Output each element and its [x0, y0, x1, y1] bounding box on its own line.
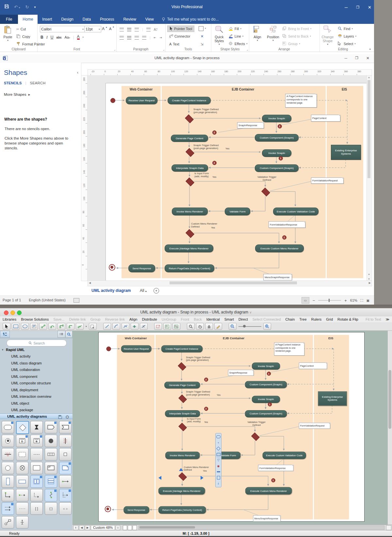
command-overflow-icon[interactable]: ≫	[385, 317, 389, 322]
activity-node[interactable]: Generate Page Content	[164, 382, 200, 389]
page-thumb-3[interactable]	[133, 525, 137, 530]
palette-shape-flag[interactable]	[59, 421, 72, 433]
activity-node[interactable]: Invoke SnapIn	[262, 149, 291, 157]
collapse-ribbon-icon[interactable]: ▴	[369, 47, 371, 50]
library-search-input[interactable]: Search	[7, 340, 67, 346]
shrink-font-button[interactable]: A▾	[109, 26, 114, 32]
library-tree-tab[interactable]	[0, 331, 10, 338]
palette-shape-page[interactable]	[59, 462, 72, 474]
font-color-button[interactable]: A	[77, 35, 80, 40]
command-rulers[interactable]: Rulers	[311, 317, 322, 321]
activity-node[interactable]: Interpolate SnapIn Data	[165, 410, 200, 417]
palette-shape-elbow[interactable]	[2, 489, 14, 501]
font-name-select[interactable]: Calibri▾	[40, 26, 85, 32]
tab-file[interactable]: File	[0, 15, 18, 24]
visio-canvas[interactable]: Web ContainerEJB ContainerEISReceive Use…	[88, 75, 367, 280]
palette-shape-dashline2[interactable]	[16, 502, 28, 515]
text-tool-button[interactable]: AText	[167, 41, 181, 47]
tree-item-uml-object[interactable]: UML object	[11, 401, 29, 405]
object-node[interactable]: PageContext	[311, 115, 340, 122]
tree-root-rapid-uml[interactable]: Rapid UML	[6, 348, 24, 352]
tab-search[interactable]: SEARCH	[30, 81, 45, 85]
command-rotate-flip[interactable]: Rotate & Flip	[337, 317, 358, 321]
rapiddraw-object-icon[interactable]	[216, 452, 220, 457]
connector-menu-caret-icon[interactable]: ▾	[85, 325, 88, 328]
tab-insert[interactable]: Insert	[38, 15, 57, 24]
palette-shape-hfork[interactable]	[2, 448, 14, 461]
palette-shape-dbox-B[interactable]: B	[30, 435, 43, 447]
activity-node[interactable]: Return PageData (Velocity Context)	[165, 264, 214, 272]
palette-shape-vrect[interactable]	[2, 475, 14, 488]
tree-item-uml-package[interactable]: UML package	[11, 408, 33, 412]
cut-button[interactable]: ✂Cut	[16, 26, 26, 32]
activity-node[interactable]: Custom Component (SnapIn)	[255, 164, 299, 172]
note-node[interactable]: A PageContext instance corresponds to on…	[285, 94, 317, 108]
prev-page-button[interactable]: ◀	[79, 525, 84, 530]
activity-node[interactable]: Send Response	[128, 264, 155, 272]
align-center-icon[interactable]	[127, 36, 131, 40]
command-distribute[interactable]: Distribute	[142, 317, 157, 321]
zoom-slider-icon[interactable]	[238, 326, 262, 327]
position-button[interactable]: Position▾	[266, 25, 280, 42]
polyline-tool-icon[interactable]	[122, 323, 129, 330]
find-button[interactable]: Find▾	[338, 26, 353, 32]
tab-home[interactable]: Home	[18, 15, 38, 24]
collapse-panel-icon[interactable]: ‹	[77, 70, 78, 75]
more-shapes-menu[interactable]: More Shapes ▸	[4, 92, 30, 97]
insert-object-tool-icon[interactable]	[89, 323, 97, 330]
palette-shape-link[interactable]	[2, 516, 14, 529]
palette-shape-dashelbow[interactable]	[30, 489, 43, 501]
command-select-connected[interactable]: Select Connected	[253, 317, 281, 321]
object-node[interactable]: FormValidationRequest	[299, 423, 330, 428]
justify-icon[interactable]	[142, 36, 146, 40]
object-node[interactable]: FormValidationResponse	[269, 221, 305, 228]
effects-button[interactable]: Effects▾	[229, 41, 247, 47]
select-group-tool-icon[interactable]	[163, 323, 171, 330]
zoom-out-button[interactable]: −	[313, 298, 315, 303]
macro-record-icon[interactable]	[74, 298, 79, 303]
arc-tool-icon[interactable]	[112, 323, 120, 330]
command-save-[interactable]: Save...	[53, 317, 64, 321]
activity-node[interactable]: Create PageContext Instance	[168, 97, 211, 104]
command-align[interactable]: Align	[129, 317, 137, 321]
font-size-select[interactable]: 12pt▾	[84, 26, 101, 32]
palette-shape-circle[interactable]	[2, 462, 14, 474]
zoom-out-tool-icon[interactable]	[229, 323, 237, 330]
activity-node[interactable]: Send Response	[123, 506, 149, 514]
activity-node[interactable]: Interpolate SnapIn Data	[172, 164, 208, 172]
final-node[interactable]	[109, 264, 115, 271]
zoom-stepper[interactable]: ▴▾	[116, 525, 120, 530]
activity-node[interactable]: Execute jVantage Menu Renderer	[165, 244, 213, 252]
palette-shape-stadium[interactable]	[2, 421, 14, 433]
rotate-tool-icon[interactable]	[154, 323, 162, 330]
switch-windows-icon[interactable]: ▣	[367, 299, 369, 302]
activity-node[interactable]: Execute Custom Validation Code	[262, 452, 306, 459]
activity-node[interactable]: Execute jVantage Menu Renderer	[158, 487, 205, 495]
all-pages-button[interactable]: All ▴	[140, 288, 147, 293]
command-libraries[interactable]: Libraries	[3, 317, 16, 321]
split-tool-icon[interactable]	[140, 323, 148, 330]
sequence-badge[interactable]: 2	[204, 407, 208, 411]
mac-canvas[interactable]: Web ContainerEJB ContainerEISReceive Use…	[73, 331, 387, 525]
pointer-tool-button[interactable]: Pointer Tool	[167, 25, 194, 32]
palette-shape-cells[interactable]	[45, 448, 57, 461]
object-node[interactable]: MenuSnapInResponse	[253, 515, 281, 522]
library-search-tab[interactable]	[65, 331, 73, 338]
command-direct[interactable]: Direct	[238, 317, 248, 321]
activity-node[interactable]: Custom Component (SnapIn)	[245, 381, 287, 388]
rapiddraw-note-icon[interactable]	[216, 476, 220, 480]
rapiddraw-bar-icon[interactable]	[216, 470, 220, 474]
vertical-scrollbar[interactable]: ▲▼▼	[367, 75, 372, 281]
tree-item-uml-composite-structure[interactable]: UML composite structure	[11, 381, 51, 385]
page-thumb-2[interactable]	[128, 525, 132, 530]
palette-shape-dasharrow[interactable]	[16, 489, 28, 501]
palette-shape-tag[interactable]	[45, 421, 57, 433]
command-reverse-link[interactable]: Reverse link	[105, 317, 125, 321]
palette-shape-cols[interactable]	[30, 475, 43, 488]
tell-me-box[interactable]: Tell me what you want to do...	[158, 15, 222, 24]
increase-indent-icon[interactable]: ⇥	[159, 36, 162, 39]
activity-node[interactable]: Execute Custom Menu Renderer	[245, 487, 292, 495]
command-ungroup[interactable]: UnGroup	[162, 317, 176, 321]
palette-shape-txt-[interactable]: [ ]	[30, 502, 43, 515]
activity-node[interactable]: Receive User Request	[121, 345, 152, 352]
